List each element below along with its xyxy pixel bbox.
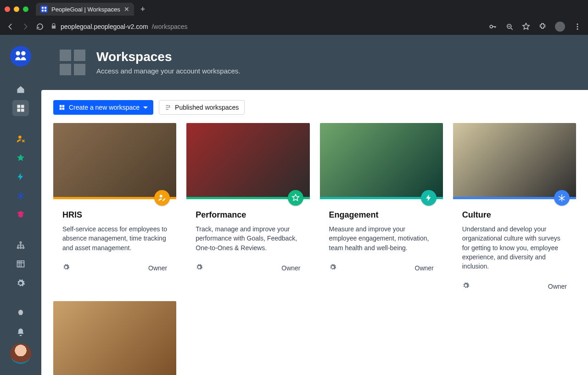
forward-icon[interactable] bbox=[21, 22, 29, 31]
sidebar bbox=[0, 35, 41, 375]
reload-icon[interactable] bbox=[36, 22, 44, 31]
profile-avatar[interactable] bbox=[555, 22, 565, 32]
workspace-card-footer: Owner bbox=[186, 256, 309, 273]
gear-icon[interactable] bbox=[62, 263, 70, 273]
browser-chrome: PeopleGoal | Workspaces ✕ + peoplegoal.p… bbox=[0, 0, 588, 35]
workspace-card-image bbox=[453, 123, 576, 199]
nav-people[interactable] bbox=[12, 131, 29, 147]
app-viewport: Workspaces Access and manage your accoun… bbox=[0, 35, 588, 375]
menu-icon[interactable] bbox=[573, 22, 582, 31]
main-column: Workspaces Access and manage your accoun… bbox=[41, 35, 588, 375]
svg-rect-23 bbox=[60, 108, 62, 110]
svg-rect-2 bbox=[42, 10, 44, 11]
svg-point-4 bbox=[490, 25, 493, 28]
svg-rect-24 bbox=[62, 108, 65, 110]
workspace-card-image bbox=[53, 123, 176, 199]
svg-point-19 bbox=[22, 247, 24, 248]
new-tab-button[interactable]: + bbox=[138, 5, 148, 14]
workspace-card-role: Owner bbox=[415, 264, 434, 272]
lock-icon bbox=[50, 23, 57, 31]
workspace-card[interactable] bbox=[53, 301, 176, 375]
gear-icon[interactable] bbox=[462, 282, 470, 291]
close-tab-icon[interactable]: ✕ bbox=[124, 6, 129, 13]
nav-settings[interactable] bbox=[12, 275, 29, 291]
url-path: /workspaces bbox=[152, 23, 188, 30]
page-title: Workspaces bbox=[96, 50, 241, 64]
page-header-icon bbox=[60, 50, 85, 75]
nav-ideas[interactable] bbox=[12, 306, 29, 322]
published-workspaces-label: Published workspaces bbox=[175, 104, 239, 111]
workspace-badge-icon bbox=[288, 190, 303, 206]
workspace-card[interactable]: CultureUnderstand and develop your organ… bbox=[453, 123, 576, 291]
workspace-card-title: Engagement bbox=[329, 210, 434, 220]
workspace-card-image bbox=[53, 301, 176, 375]
app-logo[interactable] bbox=[10, 46, 31, 67]
svg-rect-22 bbox=[62, 105, 65, 107]
url-host: peoplegoal.peoplegoal-v2.com bbox=[61, 23, 148, 30]
workspace-card-role: Owner bbox=[281, 264, 300, 272]
workspace-card-title: Performance bbox=[196, 210, 300, 220]
svg-rect-11 bbox=[17, 105, 21, 108]
workspace-card-body: EngagementMeasure and improve your emplo… bbox=[320, 199, 443, 256]
nav-automations[interactable] bbox=[12, 168, 29, 185]
svg-point-9 bbox=[16, 51, 20, 56]
create-workspace-button[interactable]: Create a new workspace bbox=[53, 100, 153, 115]
nav-org[interactable] bbox=[12, 237, 29, 253]
back-icon[interactable] bbox=[6, 22, 15, 31]
workspace-badge-icon bbox=[421, 190, 437, 206]
workspace-card-role: Owner bbox=[148, 264, 167, 272]
svg-point-10 bbox=[21, 51, 25, 56]
workspace-card-grid: HRISSelf-service access for employees to… bbox=[53, 123, 576, 375]
svg-rect-0 bbox=[42, 7, 44, 9]
user-avatar[interactable] bbox=[10, 343, 31, 364]
workspace-card-title: HRIS bbox=[62, 210, 167, 220]
extensions-icon[interactable] bbox=[538, 22, 547, 31]
browser-tab[interactable]: PeopleGoal | Workspaces ✕ bbox=[36, 3, 134, 16]
workspace-card-footer: Owner bbox=[320, 256, 443, 273]
workspace-card-description: Measure and improve your employee engage… bbox=[329, 224, 434, 252]
page-header: Workspaces Access and manage your accoun… bbox=[41, 35, 588, 90]
address-bar-actions bbox=[489, 22, 582, 32]
gear-icon[interactable] bbox=[329, 263, 336, 273]
nav-workspaces[interactable] bbox=[12, 100, 29, 116]
svg-rect-14 bbox=[21, 109, 24, 112]
workspace-card-footer: Owner bbox=[53, 256, 176, 273]
nav-learning[interactable] bbox=[12, 207, 29, 223]
nav-notifications[interactable] bbox=[12, 325, 29, 341]
svg-rect-12 bbox=[21, 105, 24, 108]
key-icon[interactable] bbox=[489, 22, 497, 31]
maximize-window-button[interactable] bbox=[23, 6, 28, 12]
zoom-icon[interactable] bbox=[505, 22, 514, 31]
svg-point-8 bbox=[577, 28, 578, 30]
content-panel: Create a new workspace Published workspa… bbox=[41, 90, 588, 375]
url-field[interactable]: peoplegoal.peoplegoal-v2.com/workspaces bbox=[50, 23, 482, 31]
svg-point-25 bbox=[160, 195, 162, 197]
window-controls[interactable] bbox=[5, 6, 28, 12]
svg-point-6 bbox=[577, 23, 578, 25]
nav-favorites[interactable] bbox=[12, 150, 29, 166]
close-window-button[interactable] bbox=[5, 6, 10, 12]
nav-home[interactable] bbox=[12, 81, 29, 97]
gear-icon[interactable] bbox=[196, 263, 203, 273]
address-bar: peoplegoal.peoplegoal-v2.com/workspaces bbox=[0, 18, 588, 35]
svg-point-7 bbox=[577, 26, 578, 28]
workspace-card-body: CultureUnderstand and develop your organ… bbox=[453, 199, 576, 274]
nav-asterisk[interactable] bbox=[12, 188, 29, 204]
workspace-card-description: Track, manage and improve your performan… bbox=[196, 224, 300, 252]
minimize-window-button[interactable] bbox=[14, 6, 19, 12]
workspace-card-description: Self-service access for employees to abs… bbox=[62, 224, 167, 252]
workspace-card[interactable]: EngagementMeasure and improve your emplo… bbox=[320, 123, 443, 291]
tab-bar: PeopleGoal | Workspaces ✕ + bbox=[0, 0, 588, 18]
toolbar: Create a new workspace Published workspa… bbox=[53, 100, 576, 115]
published-workspaces-button[interactable]: Published workspaces bbox=[159, 100, 245, 115]
svg-rect-13 bbox=[17, 109, 21, 112]
svg-point-16 bbox=[20, 242, 21, 243]
workspace-card[interactable]: HRISSelf-service access for employees to… bbox=[53, 123, 176, 291]
workspace-badge-icon bbox=[154, 190, 170, 206]
nav-reports[interactable] bbox=[12, 256, 29, 272]
tab-title: PeopleGoal | Workspaces bbox=[51, 6, 120, 13]
workspace-card[interactable]: PerformanceTrack, manage and improve you… bbox=[186, 123, 309, 291]
star-icon[interactable] bbox=[522, 22, 530, 31]
workspace-card-body: HRISSelf-service access for employees to… bbox=[53, 199, 176, 256]
workspace-badge-icon bbox=[554, 190, 570, 206]
